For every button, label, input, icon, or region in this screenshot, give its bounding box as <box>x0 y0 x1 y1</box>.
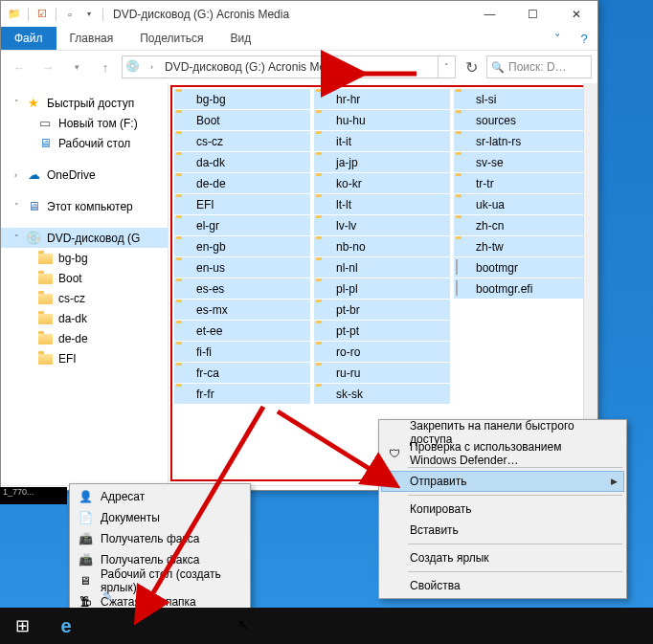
ctx-copy[interactable]: Копировать <box>381 499 624 520</box>
drive-icon: 💿 <box>125 59 141 75</box>
shield-icon: 🛡 <box>387 446 402 461</box>
file-item[interactable]: ja-jp <box>314 152 450 172</box>
file-item[interactable]: bootmgr.efi <box>454 278 590 299</box>
file-item[interactable]: sr-latn-rs <box>454 131 590 151</box>
ribbon-expand-icon[interactable]: ˅ <box>544 27 571 50</box>
folder-icon <box>456 176 471 191</box>
file-item[interactable]: el-gr <box>174 215 310 235</box>
file-item[interactable]: hr-hr <box>314 89 450 109</box>
help-icon[interactable]: ? <box>571 27 597 50</box>
nav-sub-de-de[interactable]: de-de <box>1 328 168 348</box>
ctx-paste[interactable]: Вставить <box>381 520 624 541</box>
file-item[interactable]: EFI <box>174 194 310 214</box>
file-item[interactable]: pl-pl <box>314 278 450 299</box>
sendto-desktop[interactable]: 🖥Рабочий стол (создать ярлык) <box>72 570 248 591</box>
folder-icon <box>316 176 331 191</box>
start-button[interactable]: ⊞ <box>0 608 44 644</box>
file-item[interactable]: cs-cz <box>174 131 310 151</box>
file-item[interactable]: bootmgr <box>454 257 590 278</box>
context-menu[interactable]: Закрепить на панели быстрого доступа 🛡Пр… <box>378 419 627 599</box>
file-item[interactable]: sk-sk <box>314 384 450 404</box>
forward-button[interactable]: → <box>35 55 60 79</box>
minimize-button[interactable]: — <box>468 1 511 27</box>
ctx-send[interactable]: Отправить▶ <box>381 471 624 492</box>
background-fragment: 1_770... <box>0 487 67 504</box>
file-item[interactable]: hu-hu <box>314 110 450 130</box>
refresh-button[interactable]: ↻ <box>460 56 483 78</box>
file-item[interactable]: es-es <box>174 278 310 299</box>
back-button[interactable]: ← <box>7 55 32 79</box>
file-item[interactable]: Boot <box>174 110 310 130</box>
nav-sub-cs-cz[interactable]: cs-cz <box>1 288 168 308</box>
navigation-pane[interactable]: ˅★Быстрый доступ ▭Новый том (F:) 🖥Рабочи… <box>1 83 169 485</box>
file-item[interactable]: pt-br <box>314 300 450 320</box>
file-item[interactable]: ro-ro <box>314 342 450 362</box>
sendto-addresat[interactable]: 👤Адресат <box>72 486 248 507</box>
file-item[interactable]: fr-ca <box>174 363 310 383</box>
file-item[interactable]: sv-se <box>454 152 590 172</box>
file-item[interactable]: zh-cn <box>454 215 590 235</box>
recent-dropdown[interactable]: ▾ <box>64 55 89 79</box>
ctx-properties[interactable]: Свойства <box>381 575 624 596</box>
nav-sub-da-dk[interactable]: da-dk <box>1 308 168 328</box>
file-item[interactable]: bg-bg <box>174 89 310 109</box>
file-item[interactable]: zh-tw <box>454 236 590 256</box>
file-item[interactable]: fi-fi <box>174 342 310 362</box>
file-item[interactable]: nl-nl <box>314 257 450 278</box>
file-item[interactable]: lt-lt <box>314 194 450 214</box>
folder-icon <box>176 176 191 191</box>
file-item[interactable]: nb-no <box>314 236 450 256</box>
folder-icon <box>176 218 191 233</box>
qat-dropdown-icon[interactable]: ▾ <box>81 7 97 22</box>
file-item[interactable]: et-ee <box>174 321 310 341</box>
titlebar[interactable]: 📁 ☑ ▫ ▾ DVD-дисковод (G:) Acronis Media … <box>1 1 597 27</box>
search-icon: 🔍 <box>491 61 505 74</box>
nav-thispc[interactable]: ˅🖥Этот компьютер <box>1 196 168 216</box>
file-item[interactable]: sources <box>454 110 590 130</box>
file-item[interactable]: en-us <box>174 257 310 278</box>
file-item[interactable]: da-dk <box>174 152 310 172</box>
file-item[interactable]: uk-ua <box>454 194 590 214</box>
sendto-fax1[interactable]: 📠Получатель факса <box>72 528 248 549</box>
tab-view[interactable]: Вид <box>216 27 264 50</box>
edge-button[interactable]: e <box>44 608 88 644</box>
close-button[interactable]: ✕ <box>554 1 597 27</box>
folder-icon <box>316 218 331 233</box>
properties-qat-icon[interactable]: ☑ <box>34 7 50 22</box>
address-location[interactable]: DVD-дисковод (G:) Acronis Media <box>165 60 341 74</box>
maximize-button[interactable]: ☐ <box>511 1 554 27</box>
folder-icon <box>316 134 331 149</box>
taskbar[interactable]: ⊞ e <box>0 608 653 644</box>
nav-dvd-drive[interactable]: ˅💿DVD-дисковод (G <box>1 228 168 248</box>
newfolder-qat-icon[interactable]: ▫ <box>62 7 78 22</box>
nav-sub-EFI[interactable]: EFI <box>1 348 168 368</box>
tab-file[interactable]: Файл <box>1 27 56 50</box>
nav-sub-bg-bg[interactable]: bg-bg <box>1 248 168 268</box>
folder-icon <box>456 218 471 233</box>
file-item[interactable]: es-mx <box>174 300 310 320</box>
nav-desktop[interactable]: 🖥Рабочий стол <box>1 133 168 153</box>
file-item[interactable]: de-de <box>174 173 310 193</box>
file-item[interactable]: pt-pt <box>314 321 450 341</box>
file-item[interactable]: lv-lv <box>314 215 450 235</box>
tab-share[interactable]: Поделиться <box>126 27 216 50</box>
tab-home[interactable]: Главная <box>56 27 127 50</box>
ctx-defender[interactable]: 🛡Проверка с использованием Windows Defen… <box>381 443 624 464</box>
ctx-shortcut[interactable]: Создать ярлык <box>381 547 624 568</box>
nav-drive-f[interactable]: ▭Новый том (F:) <box>1 113 168 133</box>
nav-sub-Boot[interactable]: Boot <box>1 268 168 288</box>
file-item[interactable]: ru-ru <box>314 363 450 383</box>
file-item[interactable]: sl-si <box>454 89 590 109</box>
address-bar[interactable]: 💿 › DVD-дисковод (G:) Acronis Media› ˅ <box>122 56 456 78</box>
nav-onedrive[interactable]: ›☁OneDrive <box>1 165 168 185</box>
file-item[interactable]: fr-fr <box>174 384 310 404</box>
sendto-docs[interactable]: 📄Документы <box>72 507 248 528</box>
address-dropdown[interactable]: ˅ <box>438 56 455 78</box>
nav-quick-access[interactable]: ˅★Быстрый доступ <box>1 93 168 113</box>
file-item[interactable]: tr-tr <box>454 173 590 193</box>
file-item[interactable]: it-it <box>314 131 450 151</box>
file-item[interactable]: en-gb <box>174 236 310 256</box>
search-input[interactable]: 🔍 Поиск: D… <box>486 56 592 78</box>
up-button[interactable]: ↑ <box>93 55 118 79</box>
file-item[interactable]: ko-kr <box>314 173 450 193</box>
